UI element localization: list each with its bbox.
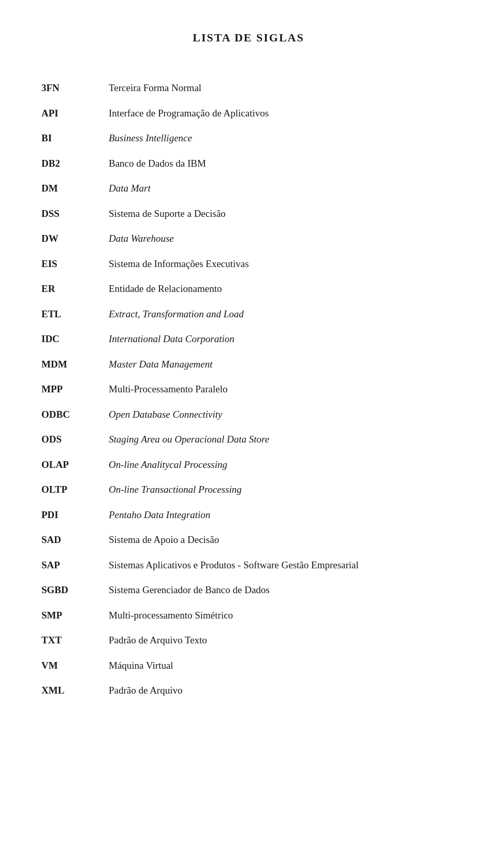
acronym-cell: DW [41, 226, 109, 252]
acronym-cell: TXT [41, 628, 109, 653]
definition-cell: Pentaho Data Integration [109, 503, 456, 528]
table-row: 3FNTerceira Forma Normal [41, 76, 456, 101]
acronym-cell: DM [41, 176, 109, 201]
table-row: PDIPentaho Data Integration [41, 503, 456, 528]
table-row: MDMMaster Data Management [41, 352, 456, 377]
acronym-cell: MPP [41, 377, 109, 402]
acronym-table: 3FNTerceira Forma NormalAPIInterface de … [41, 76, 456, 703]
table-row: DB2Banco de Dados da IBM [41, 151, 456, 176]
table-row: TXTPadrão de Arquivo Texto [41, 628, 456, 653]
acronym-cell: SMP [41, 603, 109, 628]
definition-cell: Multi-Processamento Paralelo [109, 377, 456, 402]
definition-cell: Extract, Transformation and Load [109, 302, 456, 327]
acronym-cell: OLAP [41, 452, 109, 478]
table-row: APIInterface de Programação de Aplicativ… [41, 101, 456, 126]
definition-cell: Open Database Connectivity [109, 402, 456, 428]
definition-cell: Entidade de Relacionamento [109, 276, 456, 302]
table-row: ODSStaging Area ou Operacional Data Stor… [41, 427, 456, 452]
acronym-cell: DSS [41, 201, 109, 227]
table-row: SGBDSistema Gerenciador de Banco de Dado… [41, 578, 456, 603]
acronym-cell: VM [41, 653, 109, 679]
table-row: MPPMulti-Processamento Paralelo [41, 377, 456, 402]
table-row: BIBusiness Intelligence [41, 126, 456, 151]
definition-cell: On-line Transactional Processing [109, 477, 456, 503]
table-row: XMLPadrão de Arquivo [41, 678, 456, 703]
table-row: ETLExtract, Transformation and Load [41, 302, 456, 327]
acronym-cell: ETL [41, 302, 109, 327]
acronym-cell: ODBC [41, 402, 109, 428]
acronym-cell: MDM [41, 352, 109, 377]
definition-cell: Banco de Dados da IBM [109, 151, 456, 176]
table-row: DMData Mart [41, 176, 456, 201]
definition-cell: Padrão de Arquivo [109, 678, 456, 703]
definition-cell: International Data Corporation [109, 327, 456, 352]
page-title: LISTA DE SIGLAS [41, 31, 456, 45]
acronym-cell: DB2 [41, 151, 109, 176]
definition-cell: Terceira Forma Normal [109, 76, 456, 101]
table-row: DSSSistema de Suporte a Decisão [41, 201, 456, 227]
table-row: OLTPOn-line Transactional Processing [41, 477, 456, 503]
table-row: IDCInternational Data Corporation [41, 327, 456, 352]
table-row: SAPSistemas Aplicativos e Produtos - Sof… [41, 553, 456, 578]
definition-cell: Master Data Management [109, 352, 456, 377]
acronym-cell: OLTP [41, 477, 109, 503]
definition-cell: Sistemas Aplicativos e Produtos - Softwa… [109, 553, 456, 578]
table-row: ODBCOpen Database Connectivity [41, 402, 456, 428]
acronym-cell: PDI [41, 503, 109, 528]
table-row: DWData Warehouse [41, 226, 456, 252]
definition-cell: Máquina Virtual [109, 653, 456, 679]
acronym-cell: API [41, 101, 109, 126]
definition-cell: Sistema de Apoio a Decisão [109, 527, 456, 553]
table-row: SMPMulti-processamento Simétrico [41, 603, 456, 628]
acronym-cell: IDC [41, 327, 109, 352]
definition-cell: Sistema de Suporte a Decisão [109, 201, 456, 227]
definition-cell: On-line Analitycal Processing [109, 452, 456, 478]
table-row: VMMáquina Virtual [41, 653, 456, 679]
definition-cell: Sistema de Informações Executivas [109, 252, 456, 277]
acronym-cell: SAP [41, 553, 109, 578]
table-row: SADSistema de Apoio a Decisão [41, 527, 456, 553]
definition-cell: Interface de Programação de Aplicativos [109, 101, 456, 126]
acronym-cell: BI [41, 126, 109, 151]
definition-cell: Multi-processamento Simétrico [109, 603, 456, 628]
definition-cell: Sistema Gerenciador de Banco de Dados [109, 578, 456, 603]
acronym-cell: EIS [41, 252, 109, 277]
acronym-cell: ODS [41, 427, 109, 452]
definition-cell: Business Intelligence [109, 126, 456, 151]
definition-cell: Padrão de Arquivo Texto [109, 628, 456, 653]
definition-cell: Data Warehouse [109, 226, 456, 252]
acronym-cell: SGBD [41, 578, 109, 603]
acronym-cell: ER [41, 276, 109, 302]
definition-cell: Staging Area ou Operacional Data Store [109, 427, 456, 452]
definition-cell: Data Mart [109, 176, 456, 201]
acronym-cell: SAD [41, 527, 109, 553]
table-row: OLAPOn-line Analitycal Processing [41, 452, 456, 478]
table-row: EREntidade de Relacionamento [41, 276, 456, 302]
acronym-cell: 3FN [41, 76, 109, 101]
table-row: EISSistema de Informações Executivas [41, 252, 456, 277]
acronym-cell: XML [41, 678, 109, 703]
